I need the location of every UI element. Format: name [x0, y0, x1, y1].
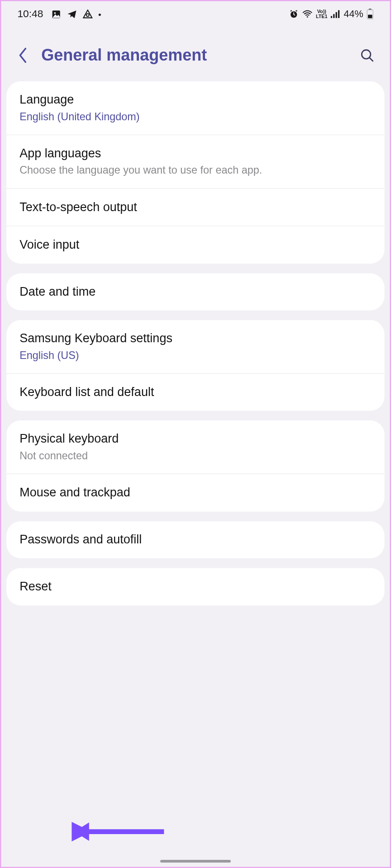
item-subtitle: English (US): [19, 348, 372, 363]
item-physical-keyboard[interactable]: Physical keyboard Not connected: [6, 420, 384, 473]
page-header: General management: [1, 27, 390, 81]
image-icon: [51, 9, 61, 19]
item-subtitle: Choose the language you want to use for …: [19, 163, 372, 178]
svg-rect-6: [333, 14, 334, 18]
item-title: Samsung Keyboard settings: [19, 330, 372, 347]
item-title: Physical keyboard: [19, 430, 372, 448]
item-title: Passwords and autofill: [19, 531, 372, 548]
item-title: Text-to-speech output: [19, 198, 372, 216]
battery-percent: 44%: [344, 9, 363, 20]
wifi-icon: [302, 9, 313, 19]
item-title: App languages: [19, 145, 372, 162]
item-title: Keyboard list and default: [19, 383, 372, 401]
item-passwords-autofill[interactable]: Passwords and autofill: [6, 521, 384, 558]
status-right: Vo)) LTE1 44%: [289, 9, 374, 20]
dot-icon: ●: [98, 11, 101, 17]
alarm-icon: [289, 9, 299, 19]
status-left: 10:48 ●: [17, 8, 101, 20]
settings-group-language: Language English (United Kingdom) App la…: [6, 81, 384, 264]
network-type: Vo)) LTE1: [316, 9, 328, 19]
item-voice-input[interactable]: Voice input: [6, 226, 384, 263]
item-title: Language: [19, 91, 372, 108]
home-indicator[interactable]: [160, 860, 231, 863]
item-title: Date and time: [19, 283, 372, 300]
item-date-time[interactable]: Date and time: [6, 273, 384, 310]
settings-group-devices: Physical keyboard Not connected Mouse an…: [6, 420, 384, 511]
search-button[interactable]: [356, 44, 378, 66]
svg-rect-5: [331, 16, 332, 18]
svg-rect-11: [368, 14, 372, 18]
settings-group-datetime: Date and time: [6, 273, 384, 310]
signal-icon: [331, 10, 341, 19]
status-time: 10:48: [17, 8, 43, 20]
battery-icon: [367, 9, 374, 19]
status-bar: 10:48 ● Vo)) LTE1 44%: [1, 1, 390, 27]
warning-triangle-icon: [82, 9, 93, 19]
svg-point-1: [54, 12, 56, 14]
back-button[interactable]: [13, 46, 33, 65]
settings-group-keyboard: Samsung Keyboard settings English (US) K…: [6, 320, 384, 411]
item-title: Voice input: [19, 236, 372, 253]
settings-group-reset: Reset: [6, 568, 384, 605]
svg-rect-7: [336, 12, 337, 18]
svg-point-2: [86, 14, 89, 16]
item-app-languages[interactable]: App languages Choose the language you wa…: [6, 134, 384, 188]
svg-line-13: [370, 58, 373, 61]
item-samsung-keyboard[interactable]: Samsung Keyboard settings English (US): [6, 320, 384, 373]
item-title: Reset: [19, 578, 372, 595]
chevron-left-icon: [17, 47, 29, 63]
item-subtitle: English (United Kingdom): [19, 109, 372, 124]
svg-point-4: [306, 16, 308, 18]
item-subtitle: Not connected: [19, 448, 372, 463]
annotation-arrow: [72, 818, 169, 845]
item-title: Mouse and trackpad: [19, 484, 372, 501]
item-tts[interactable]: Text-to-speech output: [6, 188, 384, 226]
settings-group-passwords: Passwords and autofill: [6, 521, 384, 558]
item-reset[interactable]: Reset: [6, 568, 384, 605]
search-icon: [359, 48, 375, 63]
item-mouse-trackpad[interactable]: Mouse and trackpad: [6, 474, 384, 511]
item-keyboard-list[interactable]: Keyboard list and default: [6, 373, 384, 410]
svg-rect-8: [338, 10, 339, 18]
telegram-icon: [67, 9, 77, 19]
page-title: General management: [41, 46, 356, 65]
item-language[interactable]: Language English (United Kingdom): [6, 81, 384, 134]
